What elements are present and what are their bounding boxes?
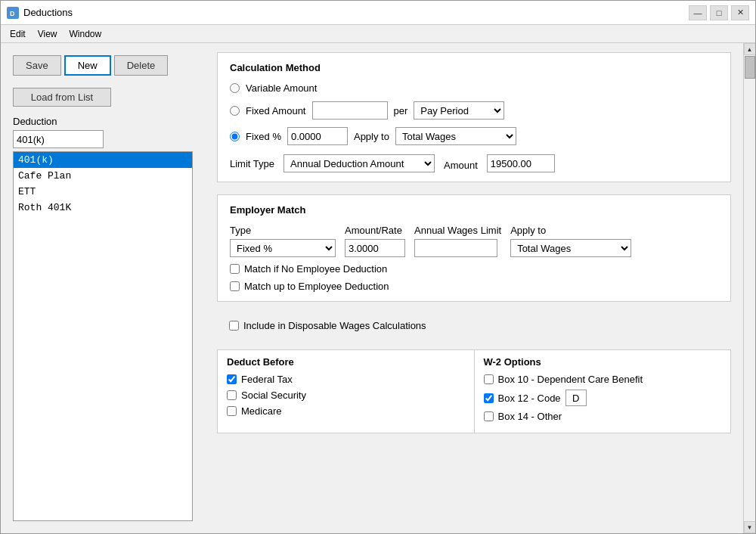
type-col-header: Type: [230, 225, 336, 236]
scroll-up-arrow[interactable]: ▲: [744, 43, 756, 55]
scrollbar-thumb[interactable]: [745, 56, 755, 79]
toolbar: Save New Delete: [13, 55, 193, 76]
apply-to-label: Apply to: [354, 131, 389, 142]
deduction-name-input[interactable]: [13, 130, 104, 148]
maximize-button[interactable]: □: [710, 5, 728, 20]
match-up-to-row: Match up to Employee Deduction: [230, 281, 718, 292]
fixed-percent-input[interactable]: [287, 127, 348, 145]
deduct-before-w2-cols: Deduct Before Federal Tax Social Securit…: [218, 350, 730, 433]
type-col: Type Fixed % Fixed Amount Variable: [230, 225, 336, 257]
box12-code-input[interactable]: [565, 390, 587, 406]
box14-row: Box 14 - Other: [484, 411, 722, 422]
variable-amount-label[interactable]: Variable Amount: [246, 82, 317, 94]
match-no-employee-checkbox[interactable]: [230, 264, 240, 274]
fixed-amount-row: Fixed Amount per Pay Period Month Year: [230, 101, 718, 120]
close-button[interactable]: ✕: [731, 5, 749, 20]
match-up-to-checkbox[interactable]: [230, 281, 240, 291]
fixed-amount-input[interactable]: [312, 101, 388, 120]
box10-checkbox[interactable]: [484, 374, 494, 384]
social-security-label[interactable]: Social Security: [241, 390, 306, 401]
box14-label[interactable]: Box 14 - Other: [498, 411, 562, 422]
window-controls: — □ ✕: [689, 5, 749, 20]
match-no-employee-label[interactable]: Match if No Employee Deduction: [244, 263, 387, 275]
list-item-ett[interactable]: ETT: [14, 184, 192, 200]
apply-to-col-header: Apply to: [510, 225, 631, 236]
apply-to-select[interactable]: Total Wages Net Wages Regular Wages: [395, 127, 516, 145]
annual-wages-limit-input[interactable]: [414, 239, 497, 257]
deduct-before-header: Deduct Before: [227, 356, 465, 368]
deduction-label: Deduction: [13, 116, 193, 127]
app-icon: D: [7, 7, 19, 19]
variable-amount-row: Variable Amount: [230, 82, 718, 94]
svg-text:D: D: [10, 10, 15, 17]
social-security-checkbox[interactable]: [227, 390, 237, 400]
calculation-method-section: Calculation Method Variable Amount Fixed…: [217, 52, 731, 182]
variable-amount-radio[interactable]: [230, 83, 240, 93]
delete-button[interactable]: Delete: [114, 55, 169, 76]
menu-edit[interactable]: Edit: [4, 27, 32, 41]
title-bar: D Deductions — □ ✕: [1, 1, 755, 25]
limit-type-select[interactable]: Annual Deduction Amount None Annual Wage…: [284, 154, 435, 172]
per-label: per: [394, 105, 408, 116]
list-item-401k[interactable]: 401(k): [14, 152, 192, 168]
annual-wages-col-header: Annual Wages Limit: [414, 225, 501, 236]
new-button[interactable]: New: [64, 55, 111, 76]
amount-rate-col: Amount/Rate: [345, 225, 405, 257]
main-window: D Deductions — □ ✕ Edit View Window Save…: [0, 0, 756, 534]
amount-rate-input[interactable]: [345, 239, 405, 257]
box10-label[interactable]: Box 10 - Dependent Care Benefit: [498, 374, 643, 385]
medicare-checkbox[interactable]: [227, 406, 237, 416]
amount-label: Amount: [444, 160, 478, 171]
left-panel: Save New Delete Load from List Deduction…: [1, 43, 205, 533]
minimize-button[interactable]: —: [689, 5, 707, 20]
employer-match-section: Employer Match Type Fixed % Fixed Amount…: [217, 194, 731, 302]
scroll-down-arrow[interactable]: ▼: [744, 521, 756, 533]
box12-row: Box 12 - Code: [484, 390, 722, 406]
main-content: Save New Delete Load from List Deduction…: [1, 43, 755, 533]
fixed-percent-radio[interactable]: [230, 132, 240, 141]
include-disposable-label[interactable]: Include in Disposable Wages Calculations: [243, 320, 426, 331]
amount-rate-col-header: Amount/Rate: [345, 225, 405, 236]
load-from-list-button[interactable]: Load from List: [13, 88, 111, 107]
employer-apply-to-select[interactable]: Total Wages Net Wages Regular Wages: [510, 239, 631, 257]
federal-tax-checkbox[interactable]: [227, 374, 237, 384]
box10-row: Box 10 - Dependent Care Benefit: [484, 374, 722, 385]
amount-input[interactable]: [487, 154, 555, 172]
right-scrollbar: ▲ ▼: [743, 43, 755, 533]
deduction-list: 401(k) Cafe Plan ETT Roth 401K: [13, 151, 193, 521]
match-up-to-label[interactable]: Match up to Employee Deduction: [244, 281, 389, 292]
save-button[interactable]: Save: [13, 55, 61, 76]
fixed-percent-row: Fixed % Apply to Total Wages Net Wages R…: [230, 127, 718, 145]
w2-options-header: W-2 Options: [484, 356, 722, 368]
employer-type-select[interactable]: Fixed % Fixed Amount Variable: [230, 239, 336, 257]
per-period-select[interactable]: Pay Period Month Year: [414, 101, 504, 120]
apply-to-col: Apply to Total Wages Net Wages Regular W…: [510, 225, 631, 257]
include-disposable-row: Include in Disposable Wages Calculations: [217, 314, 731, 337]
list-item-roth-401k[interactable]: Roth 401K: [14, 200, 192, 216]
annual-wages-col: Annual Wages Limit: [414, 225, 501, 257]
menu-view[interactable]: View: [32, 27, 64, 41]
deduct-before-col: Deduct Before Federal Tax Social Securit…: [218, 350, 474, 433]
w2-options-col: W-2 Options Box 10 - Dependent Care Bene…: [474, 350, 731, 433]
menu-window[interactable]: Window: [63, 27, 107, 41]
fixed-amount-radio[interactable]: [230, 106, 240, 116]
window-title: Deductions: [23, 7, 689, 18]
box14-checkbox[interactable]: [484, 411, 494, 421]
box12-label[interactable]: Box 12 - Code: [498, 393, 561, 404]
include-disposable-checkbox[interactable]: [229, 321, 239, 331]
employer-match-title: Employer Match: [230, 204, 718, 216]
limit-row: Limit Type Annual Deduction Amount None …: [230, 154, 718, 172]
federal-tax-row: Federal Tax: [227, 374, 465, 385]
radio-group: Variable Amount Fixed Amount per Pay Per…: [230, 82, 718, 145]
medicare-row: Medicare: [227, 405, 465, 417]
list-item-cafe-plan[interactable]: Cafe Plan: [14, 168, 192, 184]
federal-tax-label[interactable]: Federal Tax: [241, 374, 293, 385]
fixed-percent-label[interactable]: Fixed %: [246, 131, 281, 142]
calculation-method-title: Calculation Method: [230, 62, 718, 73]
box12-checkbox[interactable]: [484, 393, 494, 403]
match-no-employee-row: Match if No Employee Deduction: [230, 263, 718, 275]
deduct-w2-section: Deduct Before Federal Tax Social Securit…: [217, 349, 731, 433]
medicare-label[interactable]: Medicare: [241, 405, 281, 417]
fixed-amount-label[interactable]: Fixed Amount: [246, 105, 306, 116]
limit-type-label: Limit Type: [230, 158, 274, 169]
